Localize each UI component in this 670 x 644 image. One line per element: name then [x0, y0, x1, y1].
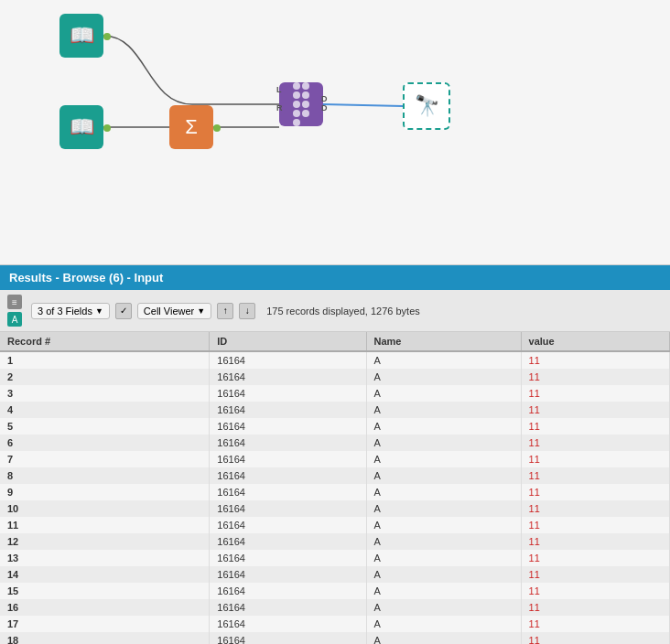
cell-record: 7: [0, 451, 210, 467]
cell-record: 8: [0, 467, 210, 484]
cell-name: A: [366, 451, 521, 467]
table-row: 516164A11: [0, 418, 670, 435]
cell-id: 16164: [210, 500, 366, 517]
connector-sum: [213, 124, 221, 132]
toolbar: ≡ A 3 of 3 Fields ▼ ✓ Cell Viewer ▼ ↑ ↓ …: [0, 290, 670, 332]
cell-id: 16164: [210, 533, 366, 550]
cell-value: 11: [521, 517, 669, 533]
cell-name: A: [366, 484, 521, 500]
cell-record: 3: [0, 385, 210, 402]
table-row: 716164A11: [0, 451, 670, 467]
cell-name: A: [366, 418, 521, 435]
cell-name: A: [366, 566, 521, 583]
table-row: 316164A11: [0, 385, 670, 402]
cell-value: 11: [521, 583, 669, 599]
summarize-node[interactable]: Σ: [169, 105, 213, 149]
table-body: 116164A11216164A11316164A11416164A115161…: [0, 351, 670, 644]
cell-value: 11: [521, 402, 669, 418]
data-table-container[interactable]: Record # ID Name value 116164A11216164A1…: [0, 332, 670, 644]
cell-value: 11: [521, 550, 669, 566]
cell-record: 13: [0, 550, 210, 566]
filter-icon[interactable]: A: [7, 312, 22, 327]
cell-name: A: [366, 467, 521, 484]
cell-name: A: [366, 583, 521, 599]
col-header-value: value: [521, 332, 669, 351]
results-table: Record # ID Name value 116164A11216164A1…: [0, 332, 670, 644]
table-row: 1516164A11: [0, 583, 670, 599]
cell-value: 11: [521, 385, 669, 402]
table-header: Record # ID Name value: [0, 332, 670, 351]
table-row: 616164A11: [0, 435, 670, 451]
table-row: 416164A11: [0, 402, 670, 418]
cell-name: A: [366, 435, 521, 451]
join-label-r2: R: [276, 103, 283, 113]
cell-id: 16164: [210, 402, 366, 418]
col-header-name: Name: [366, 332, 521, 351]
col-header-id: ID: [210, 332, 366, 351]
table-row: 1116164A11: [0, 517, 670, 533]
cell-id: 16164: [210, 566, 366, 583]
viewer-dropdown[interactable]: Cell Viewer ▼: [137, 303, 211, 319]
cell-name: A: [366, 616, 521, 632]
cell-value: 11: [521, 351, 669, 369]
cell-id: 16164: [210, 435, 366, 451]
cell-record: 12: [0, 533, 210, 550]
sort-asc-button[interactable]: ↑: [217, 303, 233, 319]
cell-value: 11: [521, 435, 669, 451]
cell-name: A: [366, 632, 521, 644]
cell-record: 15: [0, 583, 210, 599]
results-title: Results - Browse (6) - Input: [9, 271, 163, 284]
input-node-top[interactable]: 📖: [59, 14, 103, 58]
cell-id: 16164: [210, 484, 366, 500]
cell-value: 11: [521, 451, 669, 467]
binoculars-icon: 🔭: [415, 94, 439, 118]
fields-dropdown[interactable]: 3 of 3 Fields ▼: [31, 303, 110, 319]
table-row: 1316164A11: [0, 550, 670, 566]
cell-value: 11: [521, 616, 669, 632]
table-row: 916164A11: [0, 484, 670, 500]
cell-record: 4: [0, 402, 210, 418]
cell-record: 2: [0, 369, 210, 385]
table-row: 1416164A11: [0, 566, 670, 583]
col-header-record: Record #: [0, 332, 210, 351]
cell-id: 16164: [210, 599, 366, 616]
table-row: 1016164A11: [0, 500, 670, 517]
sort-desc-icon: ↓: [245, 306, 250, 316]
cell-value: 11: [521, 500, 669, 517]
table-row: 216164A11: [0, 369, 670, 385]
cell-name: A: [366, 599, 521, 616]
cell-name: A: [366, 517, 521, 533]
cell-name: A: [366, 385, 521, 402]
list-view-icon[interactable]: ≡: [7, 295, 22, 309]
join-node[interactable]: [279, 82, 323, 126]
viewer-chevron: ▼: [197, 306, 205, 316]
cell-value: 11: [521, 467, 669, 484]
sort-desc-button[interactable]: ↓: [239, 303, 255, 319]
cell-name: A: [366, 351, 521, 369]
table-row: 1716164A11: [0, 616, 670, 632]
join-label-l: L: [276, 85, 282, 94]
cell-record: 17: [0, 616, 210, 632]
sum-icon: Σ: [185, 115, 198, 139]
cell-value: 11: [521, 566, 669, 583]
table-row: 816164A11: [0, 467, 670, 484]
fields-label: 3 of 3 Fields: [38, 306, 92, 317]
table-row: 1616164A11: [0, 599, 670, 616]
sort-asc-icon: ↑: [223, 306, 228, 316]
book-icon-bottom: 📖: [70, 115, 94, 139]
cell-id: 16164: [210, 369, 366, 385]
cell-name: A: [366, 533, 521, 550]
browse-node[interactable]: 🔭: [403, 82, 450, 130]
input-node-bottom[interactable]: 📖: [59, 105, 103, 149]
cell-id: 16164: [210, 451, 366, 467]
results-panel: Results - Browse (6) - Input ≡ A 3 of 3 …: [0, 265, 670, 644]
check-icon[interactable]: ✓: [115, 303, 132, 319]
connector-bottom: [103, 124, 111, 132]
book-icon-top: 📖: [70, 24, 94, 48]
results-header: Results - Browse (6) - Input: [0, 265, 670, 290]
cell-value: 11: [521, 533, 669, 550]
cell-record: 5: [0, 418, 210, 435]
cell-id: 16164: [210, 517, 366, 533]
cell-id: 16164: [210, 550, 366, 566]
cell-name: A: [366, 369, 521, 385]
